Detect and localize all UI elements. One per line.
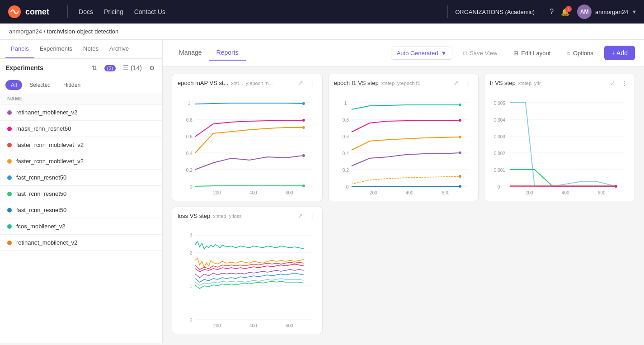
list-item[interactable]: fcos_mobilenet_v2 bbox=[0, 218, 162, 235]
svg-point-40 bbox=[458, 175, 461, 178]
svg-text:0.4: 0.4 bbox=[342, 151, 348, 156]
logo[interactable]: comet bbox=[7, 5, 49, 19]
nav-divider-2 bbox=[447, 5, 448, 18]
experiment-color-dot bbox=[7, 143, 12, 147]
experiment-color-dot bbox=[7, 127, 12, 131]
filter-hidden[interactable]: Hidden bbox=[58, 80, 86, 90]
svg-text:0.001: 0.001 bbox=[494, 168, 505, 173]
svg-point-58 bbox=[615, 185, 617, 188]
svg-point-19 bbox=[302, 154, 305, 157]
tab-reports[interactable]: Reports bbox=[209, 45, 246, 61]
filter-all[interactable]: All bbox=[5, 80, 22, 90]
tab-experiments[interactable]: Experiments bbox=[34, 40, 78, 58]
svg-text:0.6: 0.6 bbox=[342, 134, 348, 139]
svg-text:400: 400 bbox=[249, 190, 257, 195]
list-item[interactable]: fast_rcnn_resnet50 bbox=[0, 170, 162, 186]
menu-chart-3[interactable]: ⋮ bbox=[620, 79, 629, 87]
auto-generated-button[interactable]: Auto Generated ▼ bbox=[391, 47, 453, 60]
expand-chart-2[interactable]: ⤢ bbox=[452, 79, 461, 87]
chart-title-1: epoch mAP VS st... bbox=[178, 80, 228, 86]
save-icon: □ bbox=[463, 50, 467, 57]
list-item[interactable]: fast_rcnn_resnet50 bbox=[0, 202, 162, 218]
svg-point-39 bbox=[458, 151, 461, 154]
filter-icon[interactable]: ⇅ bbox=[90, 62, 99, 73]
list-view-button[interactable]: ☰ (14) bbox=[121, 62, 144, 73]
svg-point-38 bbox=[458, 136, 461, 138]
notifications-button[interactable]: 🔔 1 bbox=[561, 8, 570, 16]
list-item[interactable]: retinanet_mobilenet_v2 bbox=[0, 104, 162, 121]
options-button[interactable]: ≡ Options bbox=[561, 47, 598, 59]
nav-pricing[interactable]: Pricing bbox=[104, 8, 123, 15]
experiment-color-dot bbox=[7, 110, 12, 115]
svg-text:600: 600 bbox=[442, 190, 449, 195]
chart-title-4: loss VS step bbox=[178, 213, 210, 219]
svg-text:0.4: 0.4 bbox=[186, 151, 193, 156]
exp-list-header: NAME bbox=[0, 93, 162, 104]
tab-notes[interactable]: Notes bbox=[78, 40, 104, 58]
expand-chart-4[interactable]: ⤢ bbox=[296, 212, 305, 220]
experiment-name: fast_rcnn_resnet50 bbox=[16, 190, 66, 197]
chart-body-4: 0 1 2 3 200 400 600 bbox=[172, 225, 322, 334]
svg-text:3: 3 bbox=[190, 232, 193, 237]
chevron-down-icon: ▼ bbox=[441, 50, 447, 57]
list-item[interactable]: mask_rcnn_resnet50 bbox=[0, 121, 162, 137]
svg-text:0: 0 bbox=[190, 184, 193, 189]
expand-chart-1[interactable]: ⤢ bbox=[296, 79, 305, 87]
tab-archive[interactable]: Archive bbox=[104, 40, 134, 58]
list-item[interactable]: faster_rcnn_mobilevet_v2 bbox=[0, 137, 162, 153]
list-item[interactable]: fast_rcnn_resnet50 bbox=[0, 186, 162, 202]
nav-right: ORGANIZATIONS (Academic) ? 🔔 1 AM anmorg… bbox=[447, 5, 637, 19]
tab-panels[interactable]: Panels bbox=[5, 40, 34, 58]
experiment-name: retinanet_mobilenet_v2 bbox=[16, 239, 77, 246]
save-view-button[interactable]: □ Save View bbox=[458, 47, 503, 59]
list-item[interactable]: retinanet_mobilenet_v2 bbox=[0, 235, 162, 251]
list-item[interactable]: faster_rcnn_mobilevet_v2 bbox=[0, 153, 162, 170]
svg-text:200: 200 bbox=[213, 323, 221, 328]
tab-manage[interactable]: Manage bbox=[172, 45, 209, 61]
nav-docs[interactable]: Docs bbox=[79, 8, 93, 15]
filter-selected[interactable]: Selected bbox=[24, 80, 56, 90]
sidebar-toolbar: Experiments ⇅ (2) ☰ (14) ⚙ bbox=[0, 59, 162, 77]
menu-chart-1[interactable]: ⋮ bbox=[307, 79, 317, 87]
experiment-color-dot bbox=[7, 175, 12, 180]
svg-text:2: 2 bbox=[190, 250, 193, 255]
menu-chart-4[interactable]: ⋮ bbox=[307, 212, 317, 220]
svg-text:200: 200 bbox=[526, 190, 533, 195]
settings-icon[interactable]: ⚙ bbox=[147, 62, 157, 73]
svg-text:600: 600 bbox=[286, 190, 293, 195]
chart-body-1: 0 0.2 0.4 0.6 0.8 1 200 400 600 bbox=[172, 92, 322, 201]
filter-count-button[interactable]: (2) bbox=[103, 62, 118, 73]
experiments-list: retinanet_mobilenet_v2 mask_rcnn_resnet5… bbox=[0, 104, 162, 343]
chart-y-2: y:epoch f1 bbox=[397, 80, 420, 86]
content-header: Manage Reports Auto Generated ▼ □ Save V… bbox=[163, 40, 644, 66]
top-navigation: comet Docs Pricing Contact Us ORGANIZATI… bbox=[0, 0, 644, 24]
svg-text:200: 200 bbox=[369, 190, 377, 195]
svg-text:0.2: 0.2 bbox=[186, 168, 193, 173]
breadcrumb-user[interactable]: anmorgan24 bbox=[9, 28, 42, 35]
content-area: Manage Reports Auto Generated ▼ □ Save V… bbox=[163, 40, 644, 343]
auto-generated-label: Auto Generated bbox=[397, 50, 438, 57]
logo-icon bbox=[7, 5, 22, 19]
user-menu[interactable]: AM anmorgan24 ▼ bbox=[577, 5, 637, 19]
svg-point-41 bbox=[458, 185, 461, 188]
menu-chart-2[interactable]: ⋮ bbox=[463, 79, 473, 87]
add-button[interactable]: + Add bbox=[604, 46, 635, 60]
help-button[interactable]: ? bbox=[550, 8, 554, 16]
chart-loss: loss VS step x:step y:loss ⤢ ⋮ 0 1 2 3 bbox=[172, 207, 323, 334]
chart-title-2: epoch f1 VS step bbox=[334, 80, 379, 86]
svg-text:0.2: 0.2 bbox=[342, 168, 348, 173]
charts-container: epoch mAP VS st... x:st... y:epoch m... … bbox=[163, 66, 644, 341]
chart-header-3: lr VS step x:step y:lr ⤢ ⋮ bbox=[484, 74, 635, 92]
chart-x-1: x:st... bbox=[231, 80, 243, 86]
chart-header-4: loss VS step x:step y:loss ⤢ ⋮ bbox=[172, 207, 322, 225]
chart-title-3: lr VS step bbox=[490, 80, 515, 86]
chart-y-4: y:loss bbox=[229, 213, 242, 219]
svg-text:400: 400 bbox=[249, 323, 257, 328]
options-label: Options bbox=[573, 50, 593, 57]
experiments-title: Experiments bbox=[5, 64, 86, 71]
expand-chart-3[interactable]: ⤢ bbox=[608, 79, 617, 87]
svg-text:0: 0 bbox=[346, 184, 348, 189]
nav-contact[interactable]: Contact Us bbox=[134, 8, 165, 15]
svg-point-20 bbox=[302, 184, 305, 187]
edit-layout-button[interactable]: ⊞ Edit Layout bbox=[508, 47, 556, 59]
